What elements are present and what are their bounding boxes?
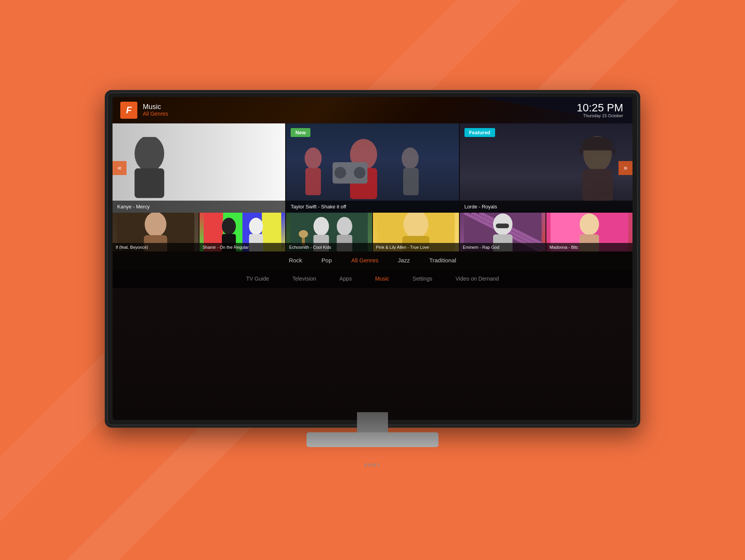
- svg-point-23: [249, 218, 263, 235]
- thumbnail-strip: If (feat. Beyoncé): [113, 213, 632, 251]
- tv-bezel: F Music All Genres 10:25 PM Thursday 15 …: [105, 90, 640, 428]
- nav-tv-guide[interactable]: TV Guide: [246, 276, 269, 282]
- svg-rect-13: [582, 169, 613, 201]
- featured-item-lorde[interactable]: Featured » Lorde - Royals: [460, 123, 632, 213]
- screen-content: F Music All Genres 10:25 PM Thursday 15 …: [113, 97, 632, 420]
- genre-nav: Rock Pop All Genres Jazz Traditional: [113, 251, 632, 269]
- svg-rect-11: [403, 168, 419, 195]
- thumb-pink-lily[interactable]: Pink & Lily Allen - True Love: [373, 213, 460, 251]
- svg-point-10: [402, 147, 419, 169]
- thumb-eminem[interactable]: Eminem - Rap God: [460, 213, 547, 251]
- tv-screen: F Music All Genres 10:25 PM Thursday 15 …: [113, 97, 632, 420]
- next-arrow[interactable]: »: [619, 161, 632, 175]
- sony-label: SONY: [364, 463, 381, 467]
- header: F Music All Genres 10:25 PM Thursday 15 …: [113, 97, 632, 123]
- badge-featured: Featured: [464, 128, 495, 137]
- thumb-label-beyonce: If (feat. Beyoncé): [113, 243, 199, 251]
- badge-new: New: [291, 128, 310, 137]
- svg-point-21: [222, 218, 236, 235]
- svg-rect-41: [496, 224, 509, 228]
- svg-point-6: [334, 167, 346, 179]
- prev-arrow[interactable]: «: [113, 161, 126, 175]
- thumb-label-pink: Pink & Lily Allen - True Love: [373, 243, 459, 251]
- svg-point-15: [145, 213, 166, 237]
- nav-television[interactable]: Television: [292, 276, 316, 282]
- nav-music[interactable]: Music: [375, 276, 390, 282]
- header-time: 10:25 PM Thursday 15 October: [577, 102, 623, 118]
- svg-rect-9: [305, 168, 321, 195]
- svg-point-7: [354, 167, 366, 179]
- tv-outer: F Music All Genres 10:25 PM Thursday 15 …: [105, 90, 640, 470]
- clock-time: 10:25 PM: [577, 102, 623, 113]
- tv-stand-neck: [357, 412, 388, 433]
- svg-point-26: [314, 217, 329, 236]
- tv-stand-base: [307, 432, 438, 447]
- svg-point-31: [299, 230, 308, 238]
- logo-letter: F: [126, 105, 132, 116]
- svg-rect-1: [135, 168, 165, 198]
- thumb-beyonce[interactable]: If (feat. Beyoncé): [113, 213, 199, 251]
- svg-point-8: [305, 147, 322, 169]
- logo-box: F: [120, 102, 137, 119]
- thumb-echosmith[interactable]: Echosmith - Cool Kids: [286, 213, 373, 251]
- genre-jazz[interactable]: Jazz: [398, 257, 410, 264]
- svg-point-45: [580, 213, 599, 235]
- thumb-label-echosmith: Echosmith - Cool Kids: [286, 243, 372, 251]
- taylor-figures: [290, 127, 437, 205]
- main-nav: TV Guide Television Apps Music Settings …: [113, 269, 632, 288]
- thumb-shamir[interactable]: Shamir - On the Regular: [199, 213, 286, 251]
- featured-item-taylor[interactable]: New Taylor Swift - Shake it off: [286, 123, 459, 213]
- nav-apps[interactable]: Apps: [340, 276, 352, 282]
- nav-vod[interactable]: Video on Demand: [456, 276, 499, 282]
- main-content: « Kanye - Mercy: [113, 123, 632, 420]
- thumb-label-shamir: Shamir - On the Regular: [199, 243, 286, 251]
- thumb-madonna[interactable]: Madonna - Bitc: [546, 213, 632, 251]
- genre-traditional[interactable]: Traditional: [429, 257, 456, 264]
- svg-point-0: [135, 137, 165, 172]
- kanye-figure: [120, 137, 178, 203]
- featured-item-kanye[interactable]: « Kanye - Mercy: [113, 123, 286, 213]
- header-titles: Music All Genres: [143, 103, 168, 117]
- genre-all[interactable]: All Genres: [351, 257, 378, 264]
- featured-row: « Kanye - Mercy: [113, 123, 632, 213]
- thumb-label-eminem: Eminem - Rap God: [460, 243, 546, 251]
- taylor-label: Taylor Swift - Shake it off: [286, 201, 459, 213]
- header-title: Music: [143, 103, 168, 111]
- nav-settings[interactable]: Settings: [412, 276, 432, 282]
- genre-rock[interactable]: Rock: [289, 257, 302, 264]
- clock-date: Thursday 15 October: [577, 113, 623, 118]
- lorde-label: Lorde - Royals: [460, 201, 632, 213]
- kanye-label: Kanye - Mercy: [113, 201, 285, 213]
- thumb-label-madonna: Madonna - Bitc: [546, 243, 632, 251]
- genre-pop[interactable]: Pop: [322, 257, 332, 264]
- svg-point-28: [337, 217, 352, 236]
- header-subtitle: All Genres: [143, 111, 168, 117]
- lorde-figure: [570, 135, 625, 203]
